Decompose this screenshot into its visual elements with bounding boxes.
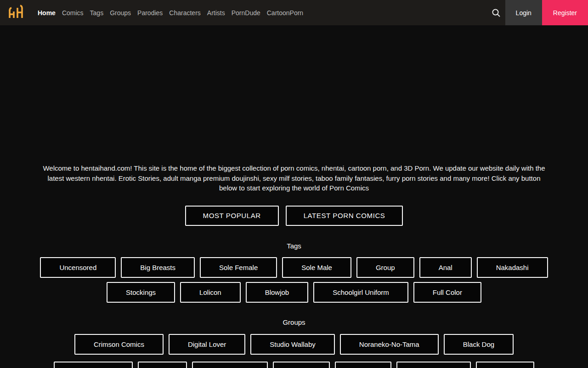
tags-heading: Tags (0, 242, 588, 250)
group-button[interactable] (138, 362, 187, 368)
group-button[interactable]: Noraneko-No-Tama (340, 334, 439, 355)
nav-menu: HomeComicsTagsGroupsParodiesCharactersAr… (38, 7, 303, 18)
nav-item[interactable]: Groups (110, 7, 131, 18)
login-button[interactable]: Login (505, 0, 542, 25)
tag-button[interactable]: Group (356, 257, 414, 278)
tag-button[interactable]: Schoolgirl Uniform (313, 282, 408, 303)
tag-button[interactable]: Nakadashi (477, 257, 548, 278)
group-button[interactable] (335, 362, 391, 368)
group-button[interactable] (54, 362, 133, 368)
main-content: Welcome to hentaihand.com! This site is … (0, 163, 588, 368)
search-button[interactable] (487, 0, 505, 25)
nav-right: Login Register (487, 0, 588, 25)
latest-porn-comics-button[interactable]: LATEST PORN COMICS (286, 206, 403, 226)
tags-row-2: StockingsLoliconBlowjobSchoolgirl Unifor… (0, 282, 588, 303)
top-nav: HomeComicsTagsGroupsParodiesCharactersAr… (0, 0, 588, 25)
site-logo[interactable] (0, 0, 30, 25)
group-button[interactable]: Studio Wallaby (250, 334, 335, 355)
register-button[interactable]: Register (542, 0, 588, 25)
tag-button[interactable]: Full Color (413, 282, 481, 303)
group-button[interactable] (273, 362, 330, 368)
cta-row: MOST POPULAR LATEST PORN COMICS (0, 206, 588, 226)
group-button[interactable]: Digital Lover (169, 334, 245, 355)
search-icon (492, 8, 501, 17)
tag-button[interactable]: Stockings (107, 282, 175, 303)
group-button[interactable]: Crimson Comics (74, 334, 164, 355)
tag-button[interactable]: Uncensored (40, 257, 116, 278)
tag-button[interactable]: Lolicon (180, 282, 241, 303)
intro-text: Welcome to hentaihand.com! This site is … (40, 163, 548, 193)
groups-row-1: Crimson ComicsDigital LoverStudio Wallab… (0, 334, 588, 355)
tag-button[interactable]: Blowjob (246, 282, 309, 303)
group-button[interactable]: Black Dog (444, 334, 514, 355)
group-button[interactable] (396, 362, 471, 368)
tag-button[interactable]: Big Breasts (121, 257, 195, 278)
tag-button[interactable]: Anal (419, 257, 472, 278)
nav-item[interactable]: Comics (62, 7, 84, 18)
group-button[interactable] (192, 362, 268, 368)
nav-item[interactable]: Tags (90, 7, 104, 18)
most-popular-button[interactable]: MOST POPULAR (185, 206, 279, 226)
groups-row-2-partial (0, 362, 588, 368)
nav-item[interactable]: CartoonPorn (267, 7, 303, 18)
nav-item[interactable]: Home (38, 7, 56, 18)
logo-hh-icon (6, 5, 25, 21)
groups-heading: Groups (0, 318, 588, 326)
nav-item[interactable]: PornDude (232, 7, 260, 18)
nav-item[interactable]: Parodies (137, 7, 163, 18)
tags-row-1: UncensoredBig BreastsSole FemaleSole Mal… (0, 257, 588, 278)
group-button[interactable] (476, 362, 534, 368)
tag-button[interactable]: Sole Male (282, 257, 351, 278)
tag-button[interactable]: Sole Female (200, 257, 277, 278)
nav-item[interactable]: Characters (169, 7, 200, 18)
nav-item[interactable]: Artists (207, 7, 225, 18)
